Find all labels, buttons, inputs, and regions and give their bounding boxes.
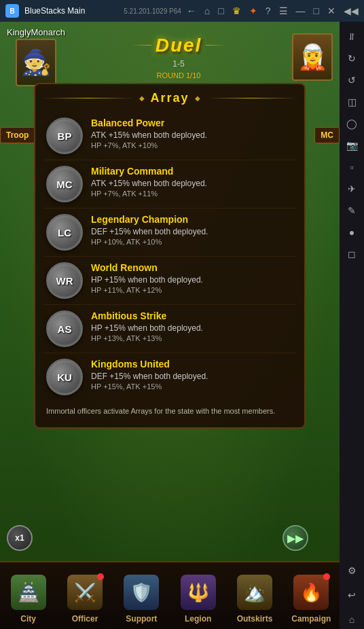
troop-label: Troop [0, 127, 35, 143]
array-info-bp: Balanced Power ATK +15% when both deploy… [91, 118, 293, 149]
outskirts-icon-wrap: 🏔️ [236, 573, 274, 611]
city-icon: 🏯 [11, 575, 46, 610]
officer-icon-wrap: ⚔️ [66, 573, 104, 611]
draw-icon[interactable]: ✎ [342, 201, 361, 220]
array-info-wr: World Renown HP +15% when both deployed.… [91, 262, 293, 294]
array-desc-lc: DEF +15% when both deployed. [91, 227, 293, 236]
array-list: BP Balanced Power ATK +15% when both dep… [35, 112, 304, 401]
help-btn[interactable]: ? [266, 5, 271, 16]
campaign-icon: 🔥 [293, 575, 329, 610]
camera-icon[interactable]: 📷 [342, 136, 361, 155]
array-badge-mc: MC [46, 166, 83, 202]
array-desc-as: HP +15% when both deployed. [91, 323, 293, 333]
campaign-badge [323, 573, 330, 580]
window-controls: ← ⌂ □ ♛ ✦ ? ☰ — □ ✕ ◀◀ [187, 5, 359, 16]
array-desc-ku: DEF +15% when both deployed. [91, 372, 293, 381]
nav-item-campaign[interactable]: 🔥 Campaign [284, 573, 338, 624]
bottom-right-toolbar: ⚙ ↩ ⌂ [340, 561, 364, 629]
close-btn[interactable]: ✕ [327, 5, 335, 16]
outskirts-label: Outskirts [237, 614, 273, 624]
back-arrow-icon[interactable]: ↩ [342, 586, 361, 605]
duel-round: ROUND 1/10 [157, 71, 201, 79]
duel-score: 1-5 [172, 59, 184, 69]
stack-icon[interactable]: ◻ [342, 245, 361, 264]
array-info-ku: Kingdoms United DEF +15% when both deplo… [91, 359, 293, 391]
fast-forward-button[interactable]: ▶▶ [283, 525, 308, 551]
top-hud: KinglyMonarch 🧙 Duel 1-5 ROUND 1/10 🧝 [0, 22, 340, 92]
deco-line-left [42, 98, 134, 98]
nav-item-legion[interactable]: 🔱 Legion [171, 573, 225, 624]
speed-button[interactable]: x1 [7, 525, 33, 551]
legion-icon-wrap: 🔱 [179, 573, 217, 611]
panel-title: Array [150, 91, 189, 105]
array-name-lc: Legendary Champion [91, 214, 293, 225]
array-panel: ◆ Array ◆ BP Balanced Power ATK +15% whe… [34, 83, 306, 429]
outskirts-icon: 🏔️ [237, 575, 272, 610]
title-bar: B BlueStacks Main 5.21.201.1029 P64 ← ⌂ … [0, 0, 364, 22]
array-info-mc: Military Command ATK +15% when both depl… [91, 166, 293, 198]
array-stats-ku: HP +15%, ATK +15% [91, 382, 293, 391]
list-item: LC Legendary Champion DEF +15% when both… [43, 209, 296, 257]
back-btn[interactable]: ← [187, 5, 196, 16]
deco-diamond-right: ◆ [195, 94, 200, 102]
minimize-btn[interactable]: — [296, 5, 306, 16]
array-badge-wr: WR [46, 262, 83, 299]
gear-icon[interactable]: ⚙ [342, 561, 361, 580]
player-left-name: KinglyMonarch [7, 27, 65, 37]
campaign-icon-wrap: 🔥 [292, 573, 330, 611]
array-info-lc: Legendary Champion DEF +15% when both de… [91, 214, 293, 246]
support-label: Support [126, 614, 157, 624]
layers-icon[interactable]: ◫ [342, 92, 361, 111]
location-icon[interactable]: ● [342, 223, 361, 242]
officer-label: Officer [72, 614, 98, 624]
crown-icon[interactable]: ♛ [232, 5, 241, 16]
tab-btn[interactable]: □ [218, 5, 223, 16]
bottom-nav: 🏯 City ⚔️ Officer 🛡️ Support 🔱 Legion [0, 561, 340, 629]
app-title: BlueStacks Main [24, 6, 118, 16]
duel-title: Duel [156, 35, 202, 56]
list-item: AS Ambitious Strike HP +15% when both de… [43, 305, 296, 353]
array-stats-lc: HP +10%, ATK +10% [91, 238, 293, 246]
city-label: City [20, 614, 36, 624]
legion-icon: 🔱 [181, 575, 216, 610]
list-item: BP Balanced Power ATK +15% when both dep… [43, 112, 296, 160]
game-area: KinglyMonarch 🧙 Duel 1-5 ROUND 1/10 🧝 Tr… [0, 22, 340, 629]
nav-item-outskirts[interactable]: 🏔️ Outskirts [228, 573, 282, 624]
list-item: KU Kingdoms United DEF +15% when both de… [43, 353, 296, 401]
campaign-label: Campaign [291, 614, 331, 624]
array-name-wr: World Renown [91, 262, 293, 273]
array-stats-wr: HP +11%, ATK +12% [91, 286, 293, 294]
list-item: MC Military Command ATK +15% when both d… [43, 160, 296, 209]
house-icon[interactable]: ⌂ [342, 610, 361, 629]
array-name-bp: Balanced Power [91, 118, 293, 128]
nav-item-city[interactable]: 🏯 City [1, 573, 56, 624]
legion-label: Legion [185, 614, 211, 624]
array-name-ku: Kingdoms United [91, 359, 293, 370]
list-item: WR World Renown HP +15% when both deploy… [43, 257, 296, 305]
rotate-icon[interactable]: ↻ [342, 49, 361, 68]
duel-center: Duel 1-5 ROUND 1/10 [131, 35, 227, 79]
array-name-as: Ambitious Strike [91, 310, 293, 321]
panel-header: ◆ Array ◆ [35, 84, 304, 112]
prev-btn[interactable]: ◀◀ [344, 5, 359, 16]
nav-item-support[interactable]: 🛡️ Support [114, 573, 168, 624]
nav-item-officer[interactable]: ⚔️ Officer [58, 573, 112, 624]
maximize-btn[interactable]: □ [314, 5, 319, 16]
home-btn[interactable]: ⌂ [204, 5, 210, 16]
capture-icon[interactable]: ◯ [342, 114, 361, 133]
right-toolbar: ⥯ ↻ ↺ ◫ ◯ 📷 ▫ ✈ ✎ ● ◻ [340, 22, 364, 561]
array-stats-mc: HP +7%, ATK +11% [91, 190, 293, 198]
mc-label: MC [314, 127, 340, 143]
array-desc-mc: ATK +15% when both deployed. [91, 179, 293, 188]
array-stats-bp: HP +7%, ATK +10% [91, 141, 293, 149]
airplane-icon[interactable]: ✈ [342, 179, 361, 198]
screenshot-icon[interactable]: ▫ [342, 158, 361, 177]
deco-line-right [206, 98, 297, 98]
menu-btn[interactable]: ☰ [279, 5, 288, 16]
array-badge-ku: KU [46, 359, 83, 395]
header-decoration: ◆ Array ◆ [42, 91, 297, 105]
flame-icon[interactable]: ✦ [249, 5, 257, 16]
refresh-icon[interactable]: ↺ [342, 71, 361, 90]
panel-footer: Immortal officers activate Arrays for th… [35, 401, 304, 419]
expand-icon[interactable]: ⥯ [342, 27, 361, 46]
